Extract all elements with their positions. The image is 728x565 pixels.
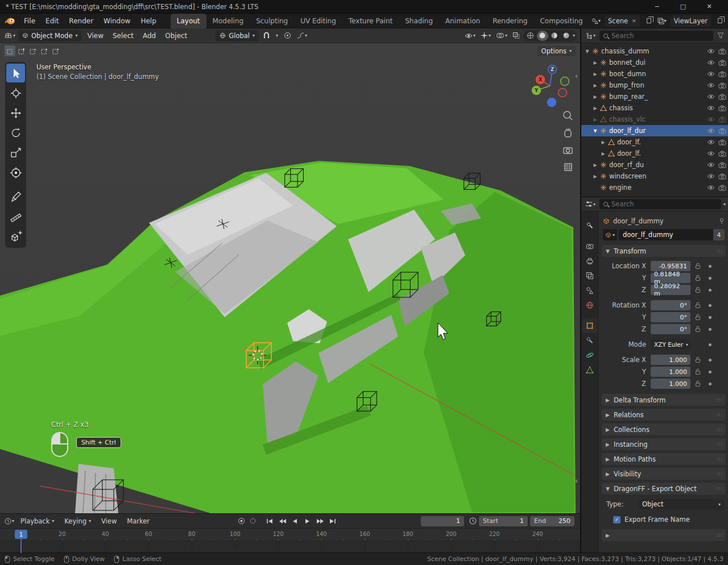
hide-eye-icon[interactable]	[705, 71, 717, 77]
collapsed-section-partial[interactable]: ▶∷∷	[602, 529, 726, 541]
tab-rendering[interactable]: Rendering	[486, 14, 533, 28]
disable-render-icon[interactable]	[717, 128, 728, 134]
auto-keying-record-icon[interactable]	[238, 517, 245, 525]
hide-eye-icon[interactable]	[705, 173, 717, 179]
outliner-row-chassis-dumm[interactable]: ▼chassis_dumm	[581, 45, 728, 57]
outliner-row-boot-dumn[interactable]: ▶boot_dumn	[581, 68, 728, 80]
outliner-row-bump-rear[interactable]: ▶bump_rear_	[581, 91, 728, 102]
tab-shading[interactable]: Shading	[399, 14, 439, 28]
outliner-row-engine[interactable]: engine	[581, 182, 728, 193]
hide-eye-icon[interactable]	[705, 60, 717, 65]
number-field[interactable]: 1.000	[651, 379, 690, 389]
hide-eye-icon[interactable]	[705, 117, 717, 122]
shading-solid-button[interactable]	[537, 31, 548, 41]
outliner-row-door-lf-dur[interactable]: ▼door_lf_dur	[581, 125, 728, 136]
tab-compositing[interactable]: Compositing	[533, 14, 589, 28]
shading-rendered-button[interactable]	[561, 31, 572, 41]
expander-icon[interactable]: ▶	[592, 117, 599, 122]
zoom-icon[interactable]	[564, 111, 572, 120]
properties-tab-tool[interactable]	[582, 218, 598, 233]
type-dropdown[interactable]: Object▾	[638, 499, 725, 510]
jump-start-button[interactable]	[264, 516, 275, 526]
hide-eye-icon[interactable]	[705, 151, 717, 156]
expander-icon[interactable]: ▶	[592, 72, 599, 77]
disable-render-icon[interactable]	[717, 71, 728, 77]
properties-tab-physics[interactable]	[582, 348, 598, 363]
panel-grip-icon[interactable]: ∷∷	[717, 248, 722, 254]
object-visibility-dropdown[interactable]: ▾	[463, 30, 477, 42]
blender-logo-icon[interactable]	[5, 17, 15, 25]
hide-eye-icon[interactable]	[705, 105, 717, 111]
collapsed-section-motion-paths[interactable]: ▶Motion Paths∷∷	[602, 453, 726, 465]
expander-icon[interactable]: ▶	[592, 174, 599, 179]
prev-key-button[interactable]	[277, 516, 287, 526]
disable-render-icon[interactable]	[717, 173, 728, 180]
next-key-button[interactable]	[315, 516, 325, 526]
lock-icon[interactable]	[694, 263, 702, 269]
pin-icon[interactable]	[719, 218, 725, 225]
camera-view-icon[interactable]	[564, 148, 572, 153]
lock-icon[interactable]	[694, 314, 702, 321]
animate-dot[interactable]	[709, 383, 712, 385]
outliner-row-bump-fron[interactable]: ▶bump_fron	[581, 80, 728, 91]
animate-dot[interactable]	[709, 277, 712, 280]
gizmo-axis-z[interactable]	[548, 98, 556, 107]
tab-texture-paint[interactable]: Texture Paint	[342, 14, 399, 28]
gizmo-axis-x[interactable]	[559, 89, 567, 97]
frame-end-field[interactable]: End 250	[530, 516, 574, 526]
tab-uv-editing[interactable]: UV Editing	[294, 14, 342, 28]
timeline-editor-type-button[interactable]: ▾	[3, 515, 16, 527]
expander-icon[interactable]: ▶	[592, 60, 599, 65]
outliner-row-chassis[interactable]: ▶chassis	[581, 102, 728, 114]
tab-layout[interactable]: Layout	[171, 14, 206, 28]
new-viewlayer-button[interactable]	[714, 15, 725, 27]
outliner-row-door-lf[interactable]: ▶door_lf.	[581, 148, 728, 159]
number-field[interactable]: 0°	[651, 324, 690, 334]
xray-toggle[interactable]	[511, 30, 522, 42]
lock-icon[interactable]	[694, 368, 702, 375]
outliner-row-door-lf[interactable]: ▶door_lf.	[581, 136, 728, 148]
mode-dropdown[interactable]: Object Mode▾	[18, 30, 81, 41]
transform-tool[interactable]	[6, 163, 25, 182]
properties-tab-modifier[interactable]	[582, 333, 598, 348]
pan-hand-icon[interactable]	[565, 128, 571, 138]
panel-grip-icon[interactable]: ∷∷	[717, 397, 722, 403]
proportional-editing-toggle[interactable]	[282, 30, 293, 42]
expander-icon[interactable]: ▼	[584, 49, 591, 54]
region-collapse-icon-2[interactable]: ‹	[575, 476, 578, 485]
number-field[interactable]: 0°	[651, 300, 690, 310]
lock-icon[interactable]	[694, 302, 702, 309]
cursor-tool[interactable]	[6, 84, 25, 102]
play-reverse-button[interactable]	[289, 516, 300, 526]
outliner-row-bonnet-dui[interactable]: ▶bonnet_dui	[581, 57, 728, 68]
tab-sculpting[interactable]: Sculpting	[250, 14, 294, 28]
rotate-tool[interactable]	[6, 123, 25, 142]
filter-icon[interactable]	[715, 30, 726, 42]
outliner-search-input[interactable]: Search	[599, 31, 713, 41]
disable-render-icon[interactable]	[717, 162, 728, 168]
hide-eye-icon[interactable]	[705, 162, 717, 168]
number-field[interactable]: 1.000	[651, 367, 690, 377]
add-cube-tool[interactable]	[6, 227, 25, 246]
editor-type-button[interactable]: ▾	[2, 30, 17, 42]
viewport-menu-object[interactable]: Object	[160, 32, 192, 40]
new-scene-button[interactable]	[643, 15, 653, 27]
properties-search-input[interactable]: Search	[599, 199, 721, 209]
scene-selector[interactable]: Scene ✕	[605, 15, 640, 27]
properties-editor-type-button[interactable]: ▾	[584, 198, 597, 210]
menu-help[interactable]: Help	[135, 17, 161, 25]
select-mode-subtract[interactable]	[27, 45, 38, 56]
use-preview-range-icon[interactable]	[468, 515, 478, 527]
animate-dot[interactable]	[709, 343, 712, 346]
lock-icon[interactable]	[694, 275, 702, 281]
auto-keying-options-icon[interactable]	[250, 518, 256, 524]
disable-render-icon[interactable]	[717, 82, 728, 89]
snap-dropdown[interactable]: ▾	[274, 30, 280, 42]
tab-animation[interactable]: Animation	[439, 14, 486, 28]
disable-render-icon[interactable]	[717, 185, 728, 191]
hide-eye-icon[interactable]	[705, 94, 717, 99]
disable-render-icon[interactable]	[717, 139, 728, 146]
number-field[interactable]: 1.000	[651, 355, 690, 365]
panel-grip-icon[interactable]: ∷∷	[717, 471, 722, 477]
panel-grip-icon[interactable]: ∷∷	[717, 456, 722, 462]
